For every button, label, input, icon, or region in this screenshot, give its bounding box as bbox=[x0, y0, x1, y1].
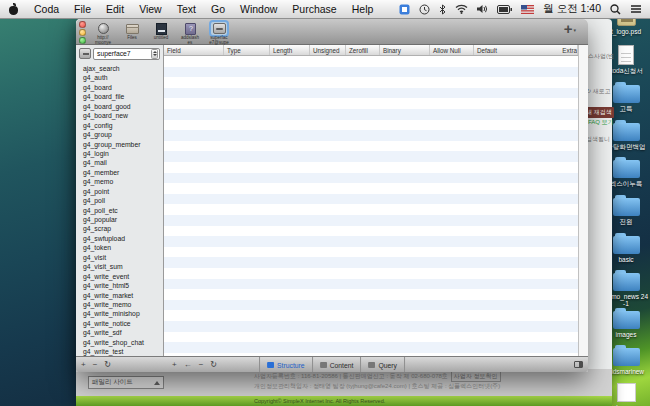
privacy-officer-line: 개인정보관리책임자 : 정태영 팀장 (tyjhung@cafe24.com) … bbox=[254, 382, 500, 391]
vertical-scrollbar[interactable] bbox=[578, 45, 588, 356]
column-header[interactable]: Extra bbox=[559, 45, 578, 55]
zoom-button[interactable] bbox=[79, 37, 86, 44]
document-tab[interactable]: untitled bbox=[148, 20, 174, 45]
menu-item[interactable]: Go bbox=[211, 3, 225, 15]
stepper-icon[interactable] bbox=[151, 49, 158, 59]
column-header[interactable]: Binary bbox=[380, 45, 430, 55]
tab-label-line2: es bbox=[177, 40, 203, 45]
table-list-item[interactable]: g4_write_sdf bbox=[76, 328, 163, 337]
keyboard-flag-icon[interactable] bbox=[521, 5, 534, 14]
column-header[interactable]: Field bbox=[164, 45, 224, 55]
menu-item[interactable]: Edit bbox=[106, 3, 124, 15]
column-header[interactable]: Length bbox=[270, 45, 310, 55]
menu-item[interactable]: Window bbox=[240, 3, 277, 15]
view-mode-tab[interactable]: Content bbox=[312, 357, 361, 372]
database-select[interactable]: superface7 bbox=[93, 48, 160, 60]
wifi-icon[interactable] bbox=[455, 4, 468, 14]
webpage-footer: 패밀리 사이트 사업자등록번호 : 116-81-20586 | 통신판매업신고… bbox=[76, 369, 612, 396]
menu-item[interactable]: View bbox=[139, 3, 162, 15]
spotlight-search-icon[interactable] bbox=[610, 4, 621, 15]
view-mode-tab[interactable]: Query bbox=[360, 357, 405, 372]
input-method-icon[interactable] bbox=[399, 4, 410, 15]
table-list-item[interactable]: g4_write_shop_chat bbox=[76, 338, 163, 347]
table-list-item[interactable]: g4_scrap bbox=[76, 224, 163, 233]
toolbar-button[interactable]: ↻ bbox=[210, 357, 217, 372]
view-mode-icon bbox=[267, 362, 274, 368]
table-list-item[interactable]: g4_write_html5 bbox=[76, 281, 163, 290]
menu-item[interactable]: Purchase bbox=[292, 3, 336, 15]
table-list-item[interactable]: g4_board_good bbox=[76, 102, 163, 111]
table-list-item[interactable]: g4_board_new bbox=[76, 111, 163, 120]
view-mode-tab[interactable]: Structure bbox=[259, 357, 312, 372]
table-list-item[interactable]: g4_write_minishop bbox=[76, 309, 163, 318]
battery-icon[interactable] bbox=[497, 5, 512, 14]
structure-editor: FieldTypeLengthUnsignedZerofillBinaryAll… bbox=[164, 45, 578, 356]
toolbar-button[interactable]: + bbox=[172, 357, 177, 372]
desktop-icon-label: kidsmarinew bbox=[608, 368, 644, 375]
business-verify-badge[interactable]: 사업자 정보확인 bbox=[451, 371, 501, 382]
table-list-item[interactable]: g4_board bbox=[76, 83, 163, 92]
minimize-button[interactable] bbox=[79, 29, 86, 36]
table-list-item[interactable]: g4_token bbox=[76, 243, 163, 252]
table-list-item[interactable]: g4_poll_etc bbox=[76, 206, 163, 215]
window-bottom-bar: +−↻ +←−↻ Structure Content bbox=[76, 356, 588, 372]
table-list-item[interactable]: g4_mail bbox=[76, 158, 163, 167]
table-list-item[interactable]: g4_visit_sum bbox=[76, 262, 163, 271]
menu-item[interactable]: Text bbox=[177, 3, 196, 15]
document-tab[interactable]: http:// moonye bbox=[90, 20, 116, 45]
document-tab[interactable]: Files bbox=[119, 20, 145, 45]
view-mode-label: Content bbox=[330, 362, 354, 369]
column-header[interactable]: Allow Null bbox=[430, 45, 474, 55]
menu-item[interactable]: Help bbox=[352, 3, 374, 15]
table-list-item[interactable]: g4_config bbox=[76, 121, 163, 130]
notification-center-icon[interactable] bbox=[630, 4, 642, 14]
document-tabs: http:// moonye Files bbox=[90, 20, 232, 45]
table-list-item[interactable]: g4_popular bbox=[76, 215, 163, 224]
table-list-item[interactable]: g4_swfupload bbox=[76, 234, 163, 243]
family-site-select[interactable]: 패밀리 사이트 bbox=[88, 376, 164, 389]
table-list-item[interactable]: g4_write_notice bbox=[76, 319, 163, 328]
table-list-item[interactable]: g4_write_event bbox=[76, 272, 163, 281]
table-list-item[interactable]: g4_auth bbox=[76, 73, 163, 82]
toolbar-button[interactable]: ← bbox=[184, 357, 192, 372]
table-list-item[interactable]: g4_login bbox=[76, 149, 163, 158]
menu-clock[interactable]: 월 오전 1:40 bbox=[543, 2, 601, 16]
toolbar-button[interactable]: ↻ bbox=[104, 357, 111, 372]
column-header[interactable]: Default bbox=[474, 45, 559, 55]
background-text-fragment: ↻ 새로고 bbox=[586, 87, 611, 96]
table-list-item[interactable]: g4_memo bbox=[76, 177, 163, 186]
table-list-item[interactable]: g4_member bbox=[76, 168, 163, 177]
menu-item[interactable]: File bbox=[74, 3, 91, 15]
table-list-item[interactable]: g4_group bbox=[76, 130, 163, 139]
new-tab-button[interactable]: + ▾ bbox=[564, 22, 576, 36]
toolbar-button[interactable]: − bbox=[199, 357, 204, 372]
table-list-item[interactable]: g4_board_file bbox=[76, 92, 163, 101]
table-list-item[interactable]: g4_poll bbox=[76, 196, 163, 205]
toolbar-button[interactable]: − bbox=[93, 357, 98, 372]
table-list-item[interactable]: g4_write_memo bbox=[76, 300, 163, 309]
table-list-item[interactable]: g4_write_test bbox=[76, 347, 163, 356]
bluetooth-icon[interactable] bbox=[439, 4, 446, 15]
column-header[interactable]: Zerofill bbox=[346, 45, 380, 55]
table-list-item[interactable]: g4_visit bbox=[76, 253, 163, 262]
volume-icon[interactable] bbox=[477, 4, 488, 14]
chevron-down-icon: ▾ bbox=[573, 27, 576, 33]
toolbar-button[interactable]: + bbox=[81, 357, 86, 372]
apple-menu-icon[interactable] bbox=[8, 3, 19, 15]
document-tab[interactable]: superfac e7@supe bbox=[206, 20, 232, 45]
panel-toggle-icon[interactable] bbox=[574, 361, 583, 368]
table-list-item[interactable]: g4_write_market bbox=[76, 291, 163, 300]
server-icon[interactable] bbox=[79, 48, 91, 59]
tab-icon-frame bbox=[153, 22, 169, 35]
clock-icon[interactable] bbox=[419, 4, 430, 15]
close-button[interactable] bbox=[79, 21, 86, 28]
table-list-item[interactable]: g4_point bbox=[76, 187, 163, 196]
table-list-item[interactable]: g4_group_member bbox=[76, 140, 163, 149]
field-rows-area[interactable] bbox=[164, 56, 578, 356]
table-list-item[interactable]: ajax_search bbox=[76, 64, 163, 73]
column-header[interactable]: Type bbox=[224, 45, 270, 55]
column-header[interactable]: Unsigned bbox=[310, 45, 346, 55]
menu-item[interactable]: Coda bbox=[34, 3, 59, 15]
desktop-icon-label: t_logo.psd bbox=[611, 28, 641, 35]
document-tab[interactable]: addslash es bbox=[177, 20, 203, 45]
